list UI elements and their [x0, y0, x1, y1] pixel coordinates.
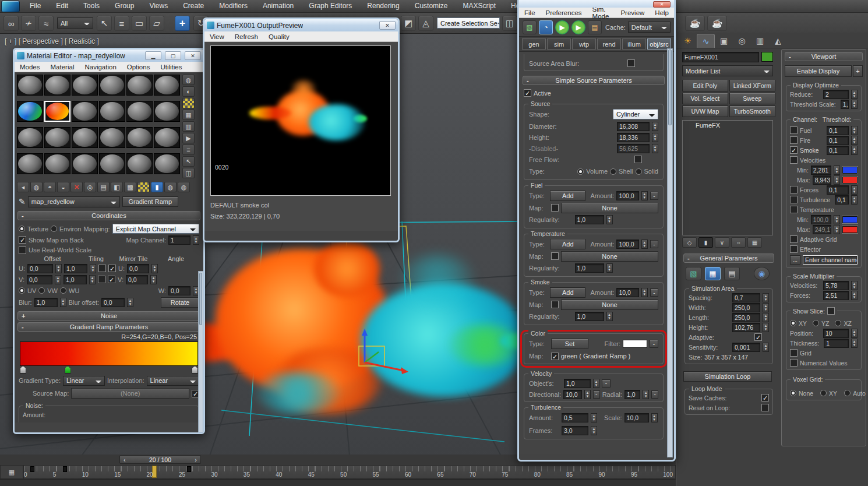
velocity-objects-field[interactable]: 1,0: [564, 379, 591, 388]
unlink-selection-icon[interactable]: ≁: [21, 16, 36, 31]
menu-item[interactable]: Edit: [48, 0, 76, 12]
angle-u-field[interactable]: 0,0: [127, 264, 149, 273]
voxel-xy-radio[interactable]: [820, 390, 827, 396]
disabled-spinner[interactable]: [652, 144, 658, 153]
menu-item[interactable]: Modifiers: [211, 0, 255, 12]
fumefx-titlebar[interactable]: ✕: [519, 0, 674, 8]
slice-grid-checkbox[interactable]: [790, 349, 798, 357]
options-icon[interactable]: ≡: [182, 145, 195, 155]
viewport-rollout[interactable]: - Viewport: [785, 52, 863, 61]
gradient-ramp-bar[interactable]: [20, 341, 198, 366]
temperature-map-checkbox[interactable]: [551, 252, 559, 260]
mirror-icon[interactable]: ◫: [502, 16, 517, 31]
source-area-blur-checkbox[interactable]: [627, 59, 635, 67]
velocity-radial-spinner[interactable]: [643, 390, 649, 399]
tab-display-icon[interactable]: ▥: [751, 34, 769, 48]
menu-item[interactable]: Tools: [76, 0, 107, 12]
gradient-flag-selected[interactable]: [65, 366, 71, 374]
sensitivity-spinner[interactable]: [763, 343, 769, 352]
menu-item[interactable]: Graph Editors: [301, 0, 359, 12]
forces-threshold-field[interactable]: 0,1: [827, 185, 849, 195]
velocities-channel-checkbox[interactable]: [790, 156, 798, 164]
modifier-button[interactable]: Vol. Select: [682, 93, 728, 104]
tab-hierarchy-icon[interactable]: ▣: [715, 34, 733, 48]
volume-radio[interactable]: [577, 168, 584, 175]
turbulence-amount-spinner[interactable]: [591, 413, 597, 422]
pick-material-eyedropper-icon[interactable]: ✎: [19, 197, 26, 206]
smoke-threshold-spinner[interactable]: [851, 146, 858, 155]
select-by-material-icon[interactable]: ↖: [182, 156, 195, 167]
tab-modify-icon[interactable]: ∿: [697, 34, 715, 48]
temperature-max-color-swatch[interactable]: [842, 226, 858, 233]
smoke-amount-spinner[interactable]: [641, 288, 648, 297]
select-by-name-icon[interactable]: ≡: [114, 16, 129, 31]
go-forward-icon[interactable]: ◍: [178, 182, 190, 192]
velocity-objects-anim-button[interactable]: -: [602, 379, 611, 388]
show-background-icon[interactable]: ▩: [124, 182, 136, 192]
temperature-min-field[interactable]: 100,0: [811, 215, 831, 224]
material-sample-slot[interactable]: [99, 127, 125, 148]
material-sample-slot[interactable]: [72, 101, 98, 122]
timeline-ruler[interactable]: 0510152025303540455055606570758085909510…: [23, 465, 676, 479]
modifier-stack-item[interactable]: FumeFX: [683, 121, 772, 130]
velocity-directional-anim-button[interactable]: -: [593, 390, 600, 399]
forces-channel-checkbox[interactable]: [790, 186, 798, 193]
menu-item[interactable]: Utilities: [155, 64, 187, 71]
blur-offset-field[interactable]: 0,0: [101, 298, 125, 307]
max-logo-icon[interactable]: [1, 1, 20, 12]
velocities-min-color-swatch[interactable]: [842, 167, 858, 174]
width-spinner[interactable]: [763, 303, 769, 312]
material-sample-slot[interactable]: [44, 101, 70, 122]
smoke-amount-field[interactable]: 10,0: [616, 288, 638, 297]
enter-channel-name-field[interactable]: Enter channel name: [803, 255, 858, 265]
height-spinner[interactable]: [763, 323, 769, 332]
turbulence-threshold-field[interactable]: 0,1: [835, 195, 849, 205]
angle-w-field[interactable]: 0,0: [168, 286, 190, 295]
material-sample-slot[interactable]: [99, 153, 125, 174]
assign-material-icon[interactable]: ◒: [57, 182, 69, 192]
minimize-button[interactable]: ▁: [145, 51, 161, 60]
velocities-mult-field[interactable]: 5,78: [823, 281, 849, 290]
material-sample-slot[interactable]: [44, 153, 70, 174]
put-material-icon[interactable]: ◓: [44, 182, 56, 192]
modifier-list-dropdown[interactable]: Modifier List: [682, 65, 773, 76]
time-slider[interactable]: ‹ 20 / 100 ›: [119, 455, 201, 464]
pin-stack-icon[interactable]: ◇: [682, 237, 697, 248]
temperature-min-spinner[interactable]: [834, 215, 840, 224]
fuel-amount-spinner[interactable]: [641, 191, 648, 200]
gradient-flag-start[interactable]: [20, 366, 26, 374]
wu-radio[interactable]: [60, 287, 66, 294]
menu-item[interactable]: Help: [650, 9, 674, 16]
diameter-field[interactable]: 16,308: [617, 122, 650, 131]
modifier-button[interactable]: Sweep: [729, 93, 775, 104]
material-sample-slot[interactable]: [17, 153, 43, 174]
texture-radio[interactable]: [19, 226, 25, 232]
material-sample-slot[interactable]: [72, 127, 98, 148]
rotate-button[interactable]: Rotate: [161, 297, 199, 308]
source-height-field[interactable]: 18,336: [617, 133, 650, 142]
reset-on-loop-checkbox[interactable]: [761, 404, 769, 411]
material-editor-titlebar[interactable]: Material Editor - map_redyellow ▁ ▢ ✕: [15, 50, 203, 62]
named-selection-dropdown[interactable]: Create Selection Se: [437, 17, 500, 29]
noise-rollout[interactable]: + Noise: [17, 311, 200, 321]
turbulence-scale-field[interactable]: 10,0: [624, 413, 649, 422]
material-sample-slot[interactable]: [126, 127, 153, 148]
general-parameters-rollout[interactable]: - General Parameters: [683, 253, 774, 263]
blur-spinner[interactable]: [60, 298, 66, 307]
angle-snap-icon[interactable]: ◬: [418, 16, 433, 31]
material-sample-slot[interactable]: [154, 127, 180, 148]
tab-illum[interactable]: illum: [622, 38, 646, 50]
color-filter-swatch[interactable]: [623, 340, 647, 348]
material-sample-slot[interactable]: [17, 101, 43, 122]
menu-item[interactable]: Preview: [615, 9, 650, 16]
map-channel-field[interactable]: 1: [168, 235, 190, 245]
menu-item[interactable]: Material: [45, 64, 80, 71]
smoke-map-checkbox[interactable]: [551, 301, 559, 308]
vw-radio[interactable]: [38, 287, 45, 294]
transform-gizmo[interactable]: [348, 324, 424, 394]
active-checkbox[interactable]: [524, 89, 531, 97]
smoke-type-button[interactable]: Add: [550, 287, 585, 298]
material-sample-slot[interactable]: [154, 75, 180, 96]
menu-item[interactable]: Customize: [407, 0, 456, 12]
length-spinner[interactable]: [763, 313, 769, 322]
